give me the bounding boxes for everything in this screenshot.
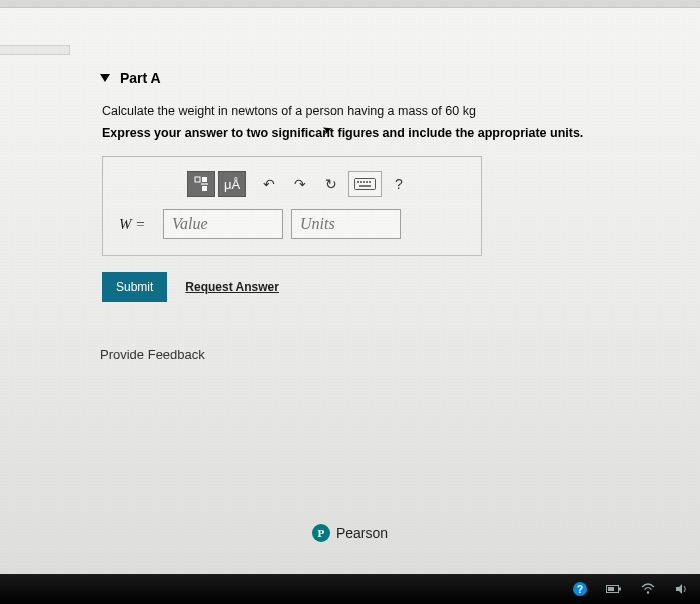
- svg-rect-1: [202, 177, 207, 182]
- request-answer-link[interactable]: Request Answer: [185, 280, 279, 294]
- submit-button[interactable]: Submit: [102, 272, 167, 302]
- special-chars-button[interactable]: μÅ: [218, 171, 246, 197]
- reset-button[interactable]: ↻: [317, 171, 345, 197]
- provide-feedback-link[interactable]: Provide Feedback: [100, 347, 650, 362]
- taskbar-sound-icon[interactable]: [674, 581, 690, 597]
- svg-rect-2: [202, 186, 207, 191]
- svg-rect-10: [359, 185, 371, 187]
- svg-rect-4: [355, 179, 376, 190]
- fraction-template-button[interactable]: [187, 171, 215, 197]
- redo-button[interactable]: ↷: [286, 171, 314, 197]
- left-panel-stub: [0, 45, 70, 55]
- help-button[interactable]: ?: [385, 171, 413, 197]
- footer-brand: P Pearson: [0, 524, 700, 542]
- units-input[interactable]: [291, 209, 401, 239]
- svg-rect-13: [608, 587, 614, 591]
- taskbar: ?: [0, 574, 700, 604]
- undo-button[interactable]: ↶: [255, 171, 283, 197]
- question-text: Calculate the weight in newtons of a per…: [102, 104, 650, 118]
- collapse-caret-icon[interactable]: [100, 74, 110, 82]
- value-input[interactable]: [163, 209, 283, 239]
- svg-rect-7: [363, 181, 365, 183]
- svg-rect-6: [360, 181, 362, 183]
- svg-rect-5: [357, 181, 359, 183]
- part-header[interactable]: Part A: [100, 70, 650, 86]
- variable-label: W =: [119, 216, 155, 233]
- svg-rect-8: [366, 181, 368, 183]
- taskbar-wifi-icon[interactable]: [640, 581, 656, 597]
- keyboard-button[interactable]: [348, 171, 382, 197]
- instructions-text: Express your answer to two significant f…: [102, 126, 650, 140]
- taskbar-battery-icon[interactable]: [606, 581, 622, 597]
- svg-rect-9: [369, 181, 371, 183]
- answer-box: μÅ ↶ ↷ ↻ ? W =: [102, 156, 482, 256]
- pearson-name: Pearson: [336, 525, 388, 541]
- svg-rect-0: [195, 177, 200, 182]
- pearson-badge-icon: P: [312, 524, 330, 542]
- svg-point-14: [647, 591, 649, 593]
- taskbar-help-icon[interactable]: ?: [572, 581, 588, 597]
- svg-rect-12: [619, 588, 621, 591]
- equation-toolbar: μÅ ↶ ↷ ↻ ?: [187, 171, 465, 197]
- part-title: Part A: [120, 70, 161, 86]
